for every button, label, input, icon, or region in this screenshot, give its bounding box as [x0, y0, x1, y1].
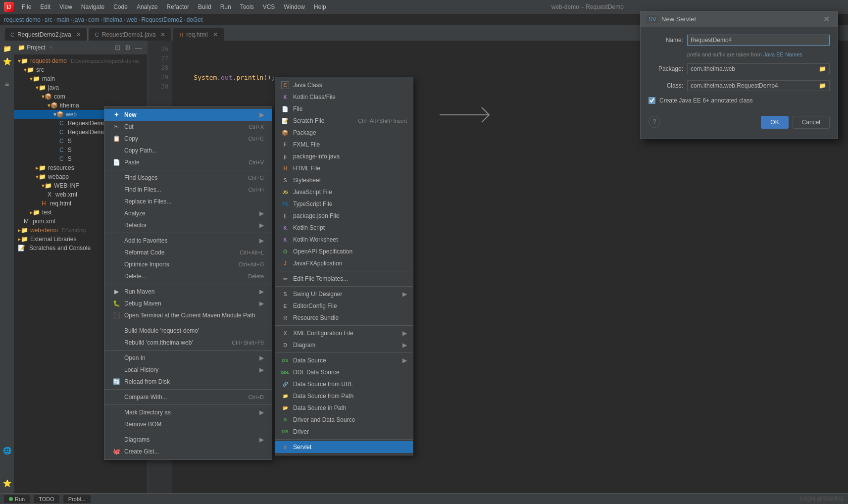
menu-tools[interactable]: Tools — [236, 2, 258, 11]
ctx-rebuild[interactable]: Rebuild 'com.itheima.web' Ctrl+Shift+F9 — [104, 337, 272, 349]
menu-analyze[interactable]: Analyze — [133, 2, 162, 11]
ctx-copy-path[interactable]: Copy Path... — [104, 145, 272, 156]
sub-edit-templates[interactable]: ✏ Edit File Templates... — [275, 273, 413, 285]
sub-servlet[interactable]: S Servlet — [275, 441, 413, 453]
ctx-new[interactable]: ✦ New ▶ — [104, 109, 272, 121]
ctx-copy[interactable]: 📋 Copy Ctrl+C — [104, 133, 272, 145]
sub-data-source-url[interactable]: 🔗 Data Source from URL — [275, 378, 413, 390]
tab-requestdemo1[interactable]: C RequestDemo1.java ✕ — [89, 28, 172, 41]
folder-browse-btn[interactable]: 📁 — [819, 65, 826, 72]
menu-navigate[interactable]: Navigate — [77, 2, 108, 11]
help-button[interactable]: ? — [648, 116, 660, 128]
sub-package[interactable]: 📦 Package — [275, 127, 413, 139]
sub-file[interactable]: 📄 File — [275, 103, 413, 115]
ctx-cut[interactable]: ✂ Cut Ctrl+X — [104, 121, 272, 133]
problems-tab[interactable]: Probl... — [63, 495, 91, 503]
ctx-analyze[interactable]: Analyze ▶ — [104, 207, 272, 219]
sub-ts-file[interactable]: TS TypeScript File — [275, 198, 413, 210]
annotated-class-checkbox[interactable] — [648, 97, 655, 104]
run-tab[interactable]: Run — [4, 495, 30, 503]
ctx-find-in-files[interactable]: Find in Files... Ctrl+H — [104, 184, 272, 196]
tab-reqhtml[interactable]: H req.html ✕ — [173, 28, 224, 41]
ctx-debug-maven[interactable]: 🐛 Debug Maven ▶ — [104, 298, 272, 309]
minimize-icon[interactable]: — — [134, 43, 143, 52]
ctx-create-gist[interactable]: 🐙 Create Gist... — [104, 446, 272, 457]
sub-kotlin-script[interactable]: K Kotlin Script — [275, 222, 413, 234]
sub-fxml[interactable]: F FXML File — [275, 139, 413, 151]
menu-build[interactable]: Build — [194, 2, 215, 11]
tree-main[interactable]: ▾📁 main — [14, 74, 147, 83]
menu-window[interactable]: Window — [280, 2, 309, 11]
ctx-mark-directory[interactable]: Mark Directory as ▶ — [104, 406, 272, 418]
sub-editorconfig[interactable]: E EditorConfig File — [275, 300, 413, 312]
structure-icon[interactable]: ≡ — [1, 78, 13, 90]
menu-run[interactable]: Run — [216, 2, 235, 11]
favorites-icon[interactable]: ⭐ — [1, 477, 13, 489]
sub-scratch-file[interactable]: 📝 Scratch File Ctrl+Alt+Shift+Insert — [275, 115, 413, 127]
ctx-refactor[interactable]: Refactor ▶ — [104, 219, 272, 231]
sub-xml-config[interactable]: X XML Configuration File ▶ — [275, 327, 413, 339]
ctx-build-module[interactable]: Build Module 'request-demo' — [104, 325, 272, 337]
sub-resource-bundle[interactable]: R Resource Bundle — [275, 312, 413, 324]
dialog-close-button[interactable]: ✕ — [821, 14, 832, 24]
menu-vcs[interactable]: VCS — [259, 2, 279, 11]
ctx-run-maven[interactable]: ▶ Run Maven ▶ — [104, 286, 272, 298]
web-icon[interactable]: 🌐 — [1, 445, 13, 456]
sub-data-source-in-path[interactable]: 📂 Data Source in Path — [275, 402, 413, 414]
sub-driver-and-datasource[interactable]: ⚙ Driver and Data Source — [275, 414, 413, 426]
menu-code[interactable]: Code — [109, 2, 132, 11]
collapse-icon[interactable]: ⊡ — [114, 43, 122, 52]
bookmark-icon[interactable]: ⭐ — [1, 55, 13, 67]
tree-java[interactable]: ▾📁 java — [14, 83, 147, 92]
folder-browse-btn2[interactable]: 📁 — [819, 82, 826, 89]
sub-kotlin-class[interactable]: K Kotlin Class/File — [275, 91, 413, 103]
ctx-add-favorites[interactable]: Add to Favorites ▶ — [104, 235, 272, 247]
tree-com[interactable]: ▾📦 com — [14, 92, 147, 101]
menu-file[interactable]: File — [18, 2, 35, 11]
sub-js-file[interactable]: JS JavaScript File — [275, 186, 413, 198]
sub-driver[interactable]: DR Driver — [275, 426, 413, 438]
cancel-button[interactable]: Cancel — [793, 116, 830, 129]
ctx-diagrams[interactable]: Diagrams ▶ — [104, 434, 272, 446]
sub-data-source[interactable]: DS Data Source ▶ — [275, 354, 413, 366]
new-icon: ✦ — [112, 111, 120, 119]
sub-diagram[interactable]: D Diagram ▶ — [275, 339, 413, 351]
ctx-compare-with[interactable]: Compare With... Ctrl+D — [104, 391, 272, 403]
tree-src[interactable]: ▾📁 src — [14, 65, 147, 74]
ctx-find-usages[interactable]: Find Usages Ctrl+G — [104, 172, 272, 184]
sub-kotlin-worksheet[interactable]: K Kotlin Worksheet — [275, 234, 413, 246]
sub-data-source-path[interactable]: 📁 Data Source from Path — [275, 390, 413, 402]
ctx-open-in[interactable]: Open In ▶ — [104, 352, 272, 364]
sub-javafx[interactable]: J JavaFXApplication — [275, 257, 413, 269]
menu-edit[interactable]: Edit — [36, 2, 54, 11]
menu-help[interactable]: Help — [310, 2, 330, 11]
project-icon[interactable]: 📁 — [1, 43, 13, 54]
tree-project-root[interactable]: ▾📁 request-demo D:\workspace\request-dem… — [14, 56, 147, 65]
sub-openapi[interactable]: O OpenAPI Specification — [275, 246, 413, 257]
tab-requestdemo2[interactable]: C RequestDemo2.java ✕ — [4, 28, 88, 41]
sub-packagejson[interactable]: {} package.json File — [275, 210, 413, 222]
sub-html-file[interactable]: H HTML File — [275, 162, 413, 174]
sub-stylesheet[interactable]: S Stylesheet — [275, 174, 413, 186]
sub-package-info[interactable]: p package-info.java — [275, 151, 413, 162]
settings-icon[interactable]: ⚙ — [124, 43, 132, 52]
sub-swing-designer[interactable]: S Swing UI Designer ▶ — [275, 288, 413, 300]
sub-java-class[interactable]: C Java Class — [275, 79, 413, 91]
ok-button[interactable]: OK — [761, 116, 788, 129]
ctx-replace-in-files[interactable]: Replace in Files... — [104, 196, 272, 207]
sub-ddl-data-source[interactable]: DDL DDL Data Source — [275, 366, 413, 378]
ctx-optimize-imports[interactable]: Optimize Imports Ctrl+Alt+O — [104, 258, 272, 270]
ctx-remove-bom[interactable]: Remove BOM — [104, 418, 272, 430]
ctx-paste[interactable]: 📄 Paste Ctrl+V — [104, 156, 272, 168]
name-input[interactable] — [687, 35, 830, 46]
java-ee-names-link[interactable]: Java EE Names — [763, 51, 802, 57]
menu-refactor[interactable]: Refactor — [163, 2, 193, 11]
ctx-reformat[interactable]: Reformat Code Ctrl+Alt+L — [104, 247, 272, 258]
ctx-delete[interactable]: Delete... Delete — [104, 270, 272, 282]
todo-tab[interactable]: TODO — [34, 495, 59, 503]
ctx-local-history[interactable]: Local History ▶ — [104, 364, 272, 376]
ctx-reload[interactable]: 🔄 Reload from Disk — [104, 376, 272, 388]
menu-view[interactable]: View — [55, 2, 76, 11]
ctx-open-terminal[interactable]: ⬛ Open Terminal at the Current Maven Mod… — [104, 309, 272, 321]
package-input[interactable]: com.itheima.web 📁 — [687, 63, 830, 74]
